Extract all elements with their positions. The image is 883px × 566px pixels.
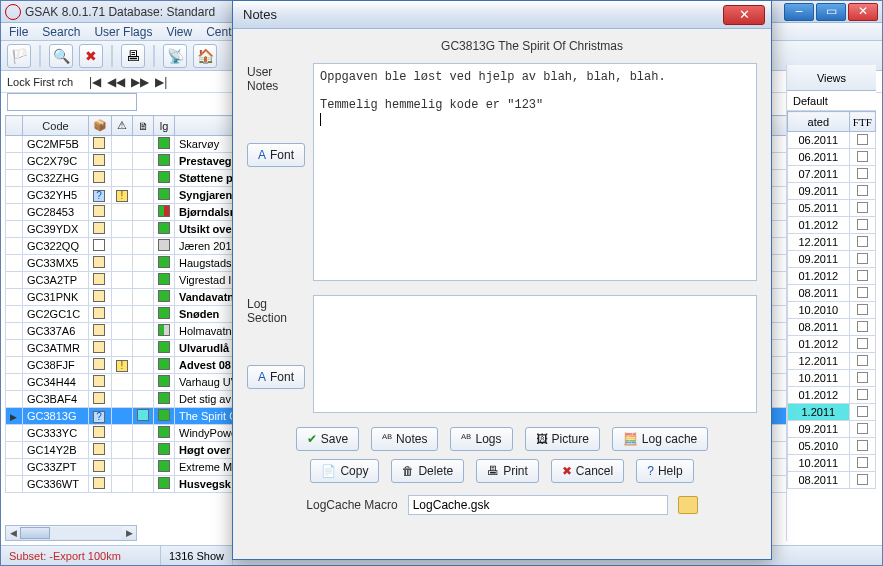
tb-delete-icon[interactable]: ✖ [79,44,103,68]
checkbox[interactable] [857,219,868,230]
log-icon [158,477,170,489]
scroll-thumb[interactable] [20,527,50,539]
min-button[interactable]: – [784,3,814,21]
col-lg[interactable]: lg [154,116,175,136]
checkbox[interactable] [857,321,868,332]
table-row[interactable]: 10.2011 [788,370,876,387]
checkbox[interactable] [857,151,868,162]
menu-file[interactable]: File [9,25,28,39]
checkbox[interactable] [857,253,868,264]
table-row[interactable]: 12.2011 [788,353,876,370]
nav-prev-icon[interactable]: ◀◀ [107,75,125,89]
table-row[interactable]: 1.2011 [788,404,876,421]
tb-print-icon[interactable]: 🖶 [121,44,145,68]
tb-flag-icon[interactable]: 🏳️ [7,44,31,68]
max-button[interactable]: ▭ [816,3,846,21]
col-note-icon[interactable]: 🗎 [133,116,154,136]
checkbox[interactable] [857,304,868,315]
folder-icon[interactable] [678,496,698,514]
checkbox[interactable] [857,389,868,400]
type-icon [93,443,105,455]
type-icon [93,460,105,472]
table-row[interactable]: 08.2011 [788,285,876,302]
table-row[interactable]: 05.2010 [788,438,876,455]
warn-icon [116,190,128,202]
logcache-button[interactable]: 🧮Log cache [612,427,708,451]
cancel-button[interactable]: ✖Cancel [551,459,624,483]
table-row[interactable]: 06.2011 [788,149,876,166]
dialog-titlebar[interactable]: Notes ✕ [233,1,771,29]
checkbox[interactable] [857,338,868,349]
checkbox[interactable] [857,287,868,298]
copy-button[interactable]: 📄Copy [310,459,379,483]
delete-button[interactable]: 🗑Delete [391,459,464,483]
col-ated[interactable]: ated [788,112,850,132]
type-icon [93,358,105,370]
checkbox[interactable] [857,168,868,179]
help-button[interactable]: ?Help [636,459,693,483]
notes-button[interactable]: ᴬᴮNotes [371,427,438,451]
tb-gps-icon[interactable]: 📡 [163,44,187,68]
checkbox[interactable] [857,474,868,485]
table-row[interactable]: 05.2011 [788,200,876,217]
views-default[interactable]: Default [787,91,876,111]
scroll-left-icon[interactable]: ◀ [6,528,20,538]
table-row[interactable]: 12.2011 [788,234,876,251]
checkbox[interactable] [857,185,868,196]
macro-input[interactable] [408,495,668,515]
table-row[interactable]: 01.2012 [788,268,876,285]
menu-view[interactable]: View [166,25,192,39]
hscrollbar[interactable]: ◀ ▶ [5,525,137,541]
logs-button[interactable]: ᴬᴮLogs [450,427,512,451]
nav-last-icon[interactable]: ▶| [155,75,167,89]
tb-search-icon[interactable]: 🔍 [49,44,73,68]
log-icon [158,171,170,183]
col-type-icon[interactable]: 📦 [89,116,112,136]
print-button[interactable]: 🖶Print [476,459,539,483]
checkbox[interactable] [857,423,868,434]
table-row[interactable]: 09.2011 [788,421,876,438]
checkbox[interactable] [857,440,868,451]
col-code[interactable]: Code [23,116,89,136]
checkbox[interactable] [857,236,868,247]
log-icon [158,324,170,336]
scroll-right-icon[interactable]: ▶ [122,528,136,538]
user-notes-textarea[interactable]: Oppgaven ble løst ved hjelp av blah, bla… [313,63,757,281]
macro-row: LogCache Macro [247,495,757,515]
checkbox[interactable] [857,406,868,417]
table-row[interactable]: 06.2011 [788,132,876,149]
nav-first-icon[interactable]: |◀ [89,75,101,89]
tb-home-icon[interactable]: 🏠 [193,44,217,68]
table-row[interactable]: 01.2012 [788,387,876,404]
table-row[interactable]: 09.2011 [788,183,876,200]
table-row[interactable]: 10.2010 [788,302,876,319]
table-row[interactable]: 10.2011 [788,455,876,472]
status-subset: Subset: -Export 100km [1,546,161,565]
table-row[interactable]: 07.2011 [788,166,876,183]
checkbox[interactable] [857,457,868,468]
col-warn-icon[interactable]: ⚠ [112,116,133,136]
table-row[interactable]: 01.2012 [788,217,876,234]
checkbox[interactable] [857,202,868,213]
font-button-usernotes[interactable]: AFont [247,143,305,167]
picture-button[interactable]: 🖼Picture [525,427,600,451]
col-ftf[interactable]: FTF [849,112,875,132]
font-button-logsection[interactable]: AFont [247,365,305,389]
checkbox[interactable] [857,355,868,366]
close-button-main[interactable]: ✕ [848,3,878,21]
lock-input[interactable] [7,93,137,111]
menu-userflags[interactable]: User Flags [94,25,152,39]
checkbox[interactable] [857,270,868,281]
log-section-textarea[interactable] [313,295,757,413]
table-row[interactable]: 09.2011 [788,251,876,268]
checkbox[interactable] [857,372,868,383]
table-row[interactable]: 01.2012 [788,336,876,353]
log-icon [158,392,170,404]
dialog-close-button[interactable]: ✕ [723,5,765,25]
checkbox[interactable] [857,134,868,145]
table-row[interactable]: 08.2011 [788,472,876,489]
menu-search[interactable]: Search [42,25,80,39]
nav-next-icon[interactable]: ▶▶ [131,75,149,89]
table-row[interactable]: 08.2011 [788,319,876,336]
save-button[interactable]: ✔Save [296,427,359,451]
